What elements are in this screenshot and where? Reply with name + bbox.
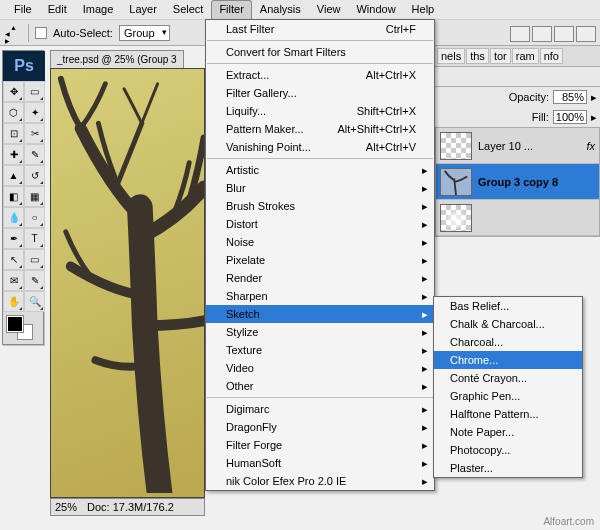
panel-tabs[interactable]: nels ths tor ram nfo — [435, 46, 600, 67]
menuitem-blur[interactable]: Blur — [206, 179, 434, 197]
menuitem-other[interactable]: Other — [206, 377, 434, 395]
eraser-tool[interactable]: ◧ — [3, 186, 24, 207]
menuitem-smart-filters[interactable]: Convert for Smart Filters — [206, 43, 434, 61]
layer-name: Layer 10 ... — [478, 140, 533, 152]
auto-select-dropdown[interactable]: Group — [119, 25, 170, 41]
main-menubar[interactable]: File Edit Image Layer Select Filter Anal… — [0, 0, 600, 20]
fill-field[interactable]: 100% — [553, 110, 587, 124]
menu-filter[interactable]: Filter — [211, 0, 251, 19]
menuitem-vanishing-point[interactable]: Vanishing Point...Alt+Ctrl+V — [206, 138, 434, 156]
screen-mode-icon-2[interactable] — [532, 26, 552, 42]
zoom-tool[interactable]: 🔍 — [24, 291, 45, 312]
menuitem-dragonfly[interactable]: DragonFly — [206, 418, 434, 436]
wand-tool[interactable]: ✦ — [24, 102, 45, 123]
watermark: Alfoart.com — [543, 516, 594, 527]
panel-tab-paths[interactable]: ths — [466, 48, 489, 64]
menu-window[interactable]: Window — [348, 0, 403, 19]
menuitem-extract[interactable]: Extract...Alt+Ctrl+X — [206, 66, 434, 84]
menuitem-liquify[interactable]: Liquify...Shift+Ctrl+X — [206, 102, 434, 120]
menu-file[interactable]: File — [6, 0, 40, 19]
screen-mode-icon-4[interactable] — [576, 26, 596, 42]
layer-row[interactable] — [436, 200, 599, 236]
shape-tool[interactable]: ▭ — [24, 249, 45, 270]
menuitem-artistic[interactable]: Artistic — [206, 161, 434, 179]
gradient-tool[interactable]: ▦ — [24, 186, 45, 207]
submenu-chalk-charcoal[interactable]: Chalk & Charcoal... — [434, 315, 582, 333]
type-tool[interactable]: T — [24, 228, 45, 249]
opacity-label: Opacity: — [509, 91, 549, 103]
marquee-tool[interactable]: ▭ — [24, 81, 45, 102]
menu-edit[interactable]: Edit — [40, 0, 75, 19]
panel-tab-info[interactable]: nfo — [540, 48, 563, 64]
menu-layer[interactable]: Layer — [121, 0, 165, 19]
screen-mode-icon[interactable] — [510, 26, 530, 42]
move-tool[interactable]: ✥ — [3, 81, 24, 102]
submenu-charcoal[interactable]: Charcoal... — [434, 333, 582, 351]
menuitem-digimarc[interactable]: Digimarc — [206, 400, 434, 418]
pen-tool[interactable]: ✒ — [3, 228, 24, 249]
menuitem-sketch[interactable]: Sketch — [206, 305, 434, 323]
sketch-submenu[interactable]: Bas Relief... Chalk & Charcoal... Charco… — [433, 296, 583, 478]
blur-tool[interactable]: 💧 — [3, 207, 24, 228]
brush-tool[interactable]: ✎ — [24, 144, 45, 165]
canvas[interactable] — [50, 68, 205, 498]
path-tool[interactable]: ↖ — [3, 249, 24, 270]
menuitem-sharpen[interactable]: Sharpen — [206, 287, 434, 305]
menuitem-render[interactable]: Render — [206, 269, 434, 287]
submenu-note-paper[interactable]: Note Paper... — [434, 423, 582, 441]
menuitem-pattern-maker[interactable]: Pattern Maker...Alt+Shift+Ctrl+X — [206, 120, 434, 138]
dodge-tool[interactable]: ○ — [24, 207, 45, 228]
lasso-tool[interactable]: ⬡ — [3, 102, 24, 123]
submenu-chrome[interactable]: Chrome... — [434, 351, 582, 369]
crop-tool[interactable]: ⊡ — [3, 123, 24, 144]
stamp-tool[interactable]: ▲ — [3, 165, 24, 186]
hand-tool[interactable]: ✋ — [3, 291, 24, 312]
menu-help[interactable]: Help — [404, 0, 443, 19]
slice-tool[interactable]: ✂ — [24, 123, 45, 144]
menu-image[interactable]: Image — [75, 0, 122, 19]
submenu-conte-crayon[interactable]: Conté Crayon... — [434, 369, 582, 387]
menuitem-brush-strokes[interactable]: Brush Strokes — [206, 197, 434, 215]
color-swatches[interactable] — [3, 314, 43, 344]
foreground-swatch[interactable] — [7, 316, 23, 332]
screen-mode-icon-3[interactable] — [554, 26, 574, 42]
heal-tool[interactable]: ✚ — [3, 144, 24, 165]
filter-menu-dropdown[interactable]: Last Filter Ctrl+F Convert for Smart Fil… — [205, 19, 435, 491]
panel-tab-histogram[interactable]: ram — [512, 48, 539, 64]
document-statusbar: 25% Doc: 17.3M/176.2 — [50, 498, 205, 516]
panel-tab-navigator[interactable]: tor — [490, 48, 511, 64]
menuitem-last-filter[interactable]: Last Filter Ctrl+F — [206, 20, 434, 38]
menuitem-noise[interactable]: Noise — [206, 233, 434, 251]
document-tab[interactable]: _tree.psd @ 25% (Group 3 — [50, 50, 184, 68]
menu-select[interactable]: Select — [165, 0, 212, 19]
menuitem-nik[interactable]: nik Color Efex Pro 2.0 IE — [206, 472, 434, 490]
history-brush-tool[interactable]: ↺ — [24, 165, 45, 186]
notes-tool[interactable]: ✉ — [3, 270, 24, 291]
submenu-plaster[interactable]: Plaster... — [434, 459, 582, 477]
layers-panel[interactable]: Layer 10 ... fx Group 3 copy 8 — [435, 127, 600, 237]
menuitem-stylize[interactable]: Stylize — [206, 323, 434, 341]
menu-view[interactable]: View — [309, 0, 349, 19]
menuitem-pixelate[interactable]: Pixelate — [206, 251, 434, 269]
menuitem-filter-forge[interactable]: Filter Forge — [206, 436, 434, 454]
menuitem-video[interactable]: Video — [206, 359, 434, 377]
docinfo-readout: Doc: 17.3M/176.2 — [87, 501, 174, 513]
submenu-halftone-pattern[interactable]: Halftone Pattern... — [434, 405, 582, 423]
layer-row[interactable]: Layer 10 ... fx — [436, 128, 599, 164]
submenu-photocopy[interactable]: Photocopy... — [434, 441, 582, 459]
submenu-graphic-pen[interactable]: Graphic Pen... — [434, 387, 582, 405]
menuitem-texture[interactable]: Texture — [206, 341, 434, 359]
auto-select-label: Auto-Select: — [53, 27, 113, 39]
menuitem-humansoft[interactable]: HumanSoft — [206, 454, 434, 472]
menu-analysis[interactable]: Analysis — [252, 0, 309, 19]
layer-row-selected[interactable]: Group 3 copy 8 — [436, 164, 599, 200]
submenu-bas-relief[interactable]: Bas Relief... — [434, 297, 582, 315]
panel-tab-channels[interactable]: nels — [437, 48, 465, 64]
eyedropper-tool[interactable]: ✎ — [24, 270, 45, 291]
auto-select-checkbox[interactable] — [35, 27, 47, 39]
toolbox: Ps ✥ ▭ ⬡ ✦ ⊡ ✂ ✚ ✎ ▲ ↺ ◧ ▦ 💧 ○ ✒ T ↖ ▭ ✉… — [2, 50, 44, 345]
menuitem-filter-gallery[interactable]: Filter Gallery... — [206, 84, 434, 102]
menuitem-distort[interactable]: Distort — [206, 215, 434, 233]
layer-thumb — [440, 132, 472, 160]
opacity-field[interactable]: 85% — [553, 90, 587, 104]
